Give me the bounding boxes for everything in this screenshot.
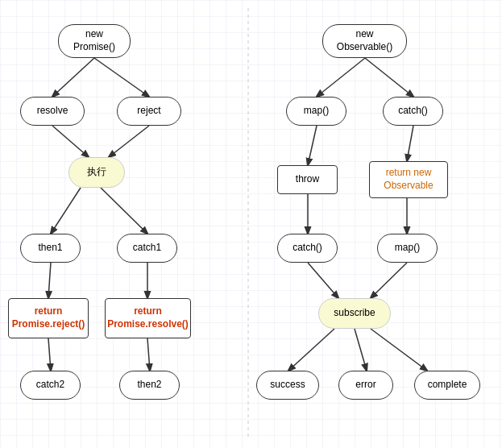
svg-line-11 xyxy=(365,58,413,97)
node-new-promise: newPromise() xyxy=(58,24,131,58)
node-execute: 执行 xyxy=(68,157,125,188)
svg-line-19 xyxy=(355,329,367,371)
svg-line-0 xyxy=(52,58,94,97)
node-success: success xyxy=(256,371,319,400)
svg-line-6 xyxy=(48,263,51,298)
svg-line-5 xyxy=(101,188,147,234)
node-map1: map() xyxy=(286,97,346,126)
node-catch-obs: catch() xyxy=(383,97,443,126)
svg-line-1 xyxy=(94,58,149,97)
svg-line-20 xyxy=(371,329,427,371)
node-then1: then1 xyxy=(20,234,81,263)
node-resolve: resolve xyxy=(20,97,85,126)
node-return-resolve: returnPromise.resolve() xyxy=(105,298,191,338)
node-catch2-obs: catch() xyxy=(277,234,338,263)
node-return-reject: returnPromise.reject() xyxy=(8,298,89,338)
node-catch2: catch2 xyxy=(20,371,81,400)
node-error: error xyxy=(338,371,393,400)
node-map2: map() xyxy=(377,234,438,263)
node-new-observable: newObservable() xyxy=(322,24,407,58)
svg-line-18 xyxy=(288,329,334,371)
svg-line-16 xyxy=(308,263,338,298)
node-reject: reject xyxy=(117,97,181,126)
svg-line-2 xyxy=(52,126,89,157)
svg-line-3 xyxy=(109,126,149,157)
node-subscribe: subscribe xyxy=(318,298,391,329)
node-catch1: catch1 xyxy=(117,234,177,263)
node-complete: complete xyxy=(414,371,480,400)
svg-line-13 xyxy=(407,126,413,161)
node-return-new-observable: return newObservable xyxy=(369,161,448,198)
svg-line-4 xyxy=(51,188,81,234)
svg-line-9 xyxy=(147,338,150,371)
diagram-container: newPromise() resolve reject 执行 then1 cat… xyxy=(0,0,502,448)
node-throw: throw xyxy=(277,165,338,194)
node-then2: then2 xyxy=(119,371,180,400)
svg-line-17 xyxy=(371,263,407,298)
svg-line-10 xyxy=(317,58,365,97)
svg-line-8 xyxy=(48,338,51,371)
svg-line-12 xyxy=(308,126,317,165)
